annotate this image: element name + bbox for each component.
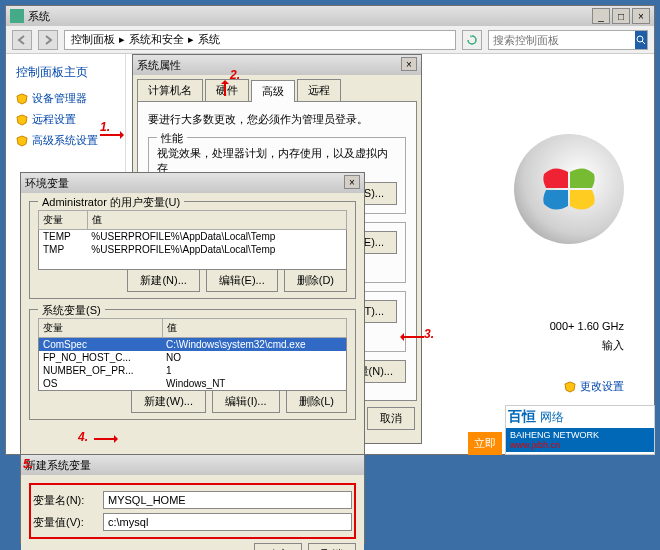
- highlight-box: 变量名(N): 变量值(V):: [29, 483, 356, 539]
- breadcrumb-seg[interactable]: 控制面板: [71, 32, 115, 47]
- sys-edit-button[interactable]: 编辑(I)...: [212, 390, 280, 413]
- envdlg-title: 环境变量: [25, 176, 360, 191]
- tab-computer-name[interactable]: 计算机名: [137, 79, 203, 101]
- newvar-titlebar: 新建系统变量: [21, 455, 364, 475]
- sysprops-tabs: 计算机名 硬件 高级 远程: [133, 75, 421, 101]
- link-device-manager[interactable]: 设备管理器: [16, 91, 115, 106]
- shield-icon: [16, 114, 28, 126]
- system-icon: [10, 9, 24, 23]
- user-edit-button[interactable]: 编辑(E)...: [206, 269, 278, 292]
- ad-banner: 百恒网络 BAIHENG NETWORK www.jxbh.cn: [505, 405, 655, 455]
- system-specs: 000+ 1.60 GHz 输入: [550, 314, 624, 359]
- tab-remote[interactable]: 远程: [297, 79, 341, 101]
- newvar-title: 新建系统变量: [25, 458, 360, 473]
- breadcrumb-seg[interactable]: 系统: [198, 32, 220, 47]
- shield-icon: [16, 135, 28, 147]
- sys-delete-button[interactable]: 删除(L): [286, 390, 347, 413]
- var-value-input[interactable]: [103, 513, 352, 531]
- table-row[interactable]: OSWindows_NT: [39, 377, 347, 391]
- user-delete-button[interactable]: 删除(D): [284, 269, 347, 292]
- var-name-label: 变量名(N):: [33, 493, 103, 508]
- svg-line-2: [642, 41, 645, 44]
- newvar-ok-button[interactable]: 确定: [254, 543, 302, 550]
- close-icon[interactable]: ×: [344, 175, 360, 189]
- sysprops-title: 系统属性: [137, 58, 417, 73]
- admin-note: 要进行大多数更改，您必须作为管理员登录。: [148, 112, 406, 127]
- search-icon[interactable]: [635, 31, 647, 49]
- user-vars-table[interactable]: 变量值 TEMP%USERPROFILE%\AppData\Local\Temp…: [38, 210, 347, 270]
- change-settings-link[interactable]: 更改设置: [564, 379, 624, 394]
- search-box[interactable]: [488, 30, 648, 50]
- user-new-button[interactable]: 新建(N)...: [127, 269, 199, 292]
- user-vars-group: Administrator 的用户变量(U) 变量值 TEMP%USERPROF…: [29, 201, 356, 299]
- table-row[interactable]: ComSpecC:\Windows\system32\cmd.exe: [39, 338, 347, 352]
- sysprops-titlebar: 系统属性 ×: [133, 55, 421, 75]
- var-name-input[interactable]: [103, 491, 352, 509]
- breadcrumb-seg[interactable]: 系统和安全: [129, 32, 184, 47]
- var-value-label: 变量值(V):: [33, 515, 103, 530]
- leftpane-heading: 控制面板主页: [16, 64, 115, 81]
- shield-icon: [564, 381, 576, 393]
- nav-toolbar: 控制面板▸ 系统和安全▸ 系统: [6, 26, 654, 54]
- search-input[interactable]: [489, 34, 635, 46]
- env-vars-dialog: 环境变量 × Administrator 的用户变量(U) 变量值 TEMP%U…: [20, 172, 365, 472]
- minimize-button[interactable]: _: [592, 8, 610, 24]
- fwd-button[interactable]: [38, 30, 58, 50]
- refresh-button[interactable]: [462, 30, 482, 50]
- sys-new-button[interactable]: 新建(W)...: [131, 390, 206, 413]
- back-button[interactable]: [12, 30, 32, 50]
- cta-badge[interactable]: 立即: [468, 432, 502, 455]
- close-icon[interactable]: ×: [401, 57, 417, 71]
- tab-hardware[interactable]: 硬件: [205, 79, 249, 101]
- system-titlebar: 系统 _ □ ×: [6, 6, 654, 26]
- link-remote-settings[interactable]: 远程设置: [16, 112, 115, 127]
- table-row[interactable]: TEMP%USERPROFILE%\AppData\Local\Temp: [39, 230, 347, 244]
- envdlg-titlebar: 环境变量 ×: [21, 173, 364, 193]
- svg-rect-0: [10, 9, 24, 23]
- tab-advanced[interactable]: 高级: [251, 80, 295, 102]
- system-title: 系统: [28, 9, 592, 24]
- close-button[interactable]: ×: [632, 8, 650, 24]
- sys-vars-table[interactable]: 变量值 ComSpecC:\Windows\system32\cmd.exe F…: [38, 318, 347, 391]
- table-row[interactable]: FP_NO_HOST_C...NO: [39, 351, 347, 364]
- newvar-cancel-button[interactable]: 取消: [308, 543, 356, 550]
- sys-vars-group: 系统变量(S) 变量值 ComSpecC:\Windows\system32\c…: [29, 309, 356, 420]
- windows-logo: [514, 134, 624, 244]
- new-system-var-dialog: 新建系统变量 变量名(N): 变量值(V): 确定 取消: [20, 454, 365, 544]
- maximize-button[interactable]: □: [612, 8, 630, 24]
- breadcrumb[interactable]: 控制面板▸ 系统和安全▸ 系统: [64, 30, 456, 50]
- sysprops-cancel-button[interactable]: 取消: [367, 407, 415, 430]
- link-advanced-settings[interactable]: 高级系统设置: [16, 133, 115, 148]
- shield-icon: [16, 93, 28, 105]
- table-row[interactable]: NUMBER_OF_PR...1: [39, 364, 347, 377]
- table-row[interactable]: TMP%USERPROFILE%\AppData\Local\Temp: [39, 243, 347, 256]
